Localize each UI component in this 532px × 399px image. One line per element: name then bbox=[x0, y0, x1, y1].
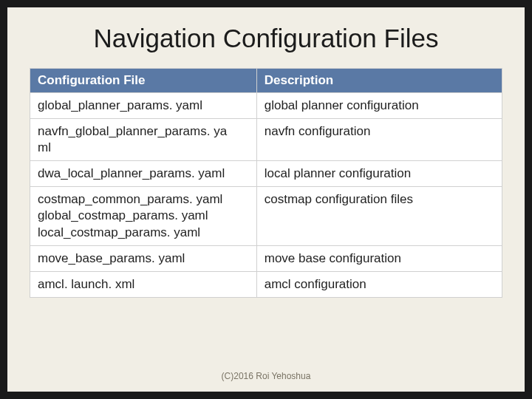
table-header-row: Configuration File Description bbox=[30, 69, 502, 93]
table-row: global_planner_params. yaml global plann… bbox=[30, 93, 502, 119]
cell-desc: move base configuration bbox=[256, 245, 502, 271]
col-header-desc: Description bbox=[256, 69, 502, 93]
cell-desc: local planner configuration bbox=[256, 161, 502, 187]
cell-file: navfn_global_planner_params. yaml bbox=[30, 119, 257, 161]
page-title: Navigation Configuration Files bbox=[30, 24, 502, 53]
cell-file: global_planner_params. yaml bbox=[30, 93, 257, 119]
table-row: costmap_common_params. yamlglobal_costma… bbox=[30, 187, 502, 245]
cell-file: costmap_common_params. yamlglobal_costma… bbox=[30, 187, 257, 245]
cell-file: amcl. launch. xml bbox=[30, 271, 257, 297]
config-table: Configuration File Description global_pl… bbox=[30, 68, 502, 298]
cell-file: move_base_params. yaml bbox=[30, 245, 257, 271]
cell-desc: amcl configuration bbox=[256, 271, 502, 297]
cell-file: dwa_local_planner_params. yaml bbox=[30, 161, 257, 187]
cell-desc: costmap configuration files bbox=[256, 187, 502, 245]
footer-copyright: (C)2016 Roi Yehoshua bbox=[7, 371, 525, 381]
table-row: dwa_local_planner_params. yaml local pla… bbox=[30, 161, 502, 187]
cell-desc: global planner configuration bbox=[256, 93, 502, 119]
table-row: navfn_global_planner_params. yaml navfn … bbox=[30, 119, 502, 161]
slide: Navigation Configuration Files Configura… bbox=[7, 7, 525, 392]
table-row: amcl. launch. xml amcl configuration bbox=[30, 271, 502, 297]
table-row: move_base_params. yaml move base configu… bbox=[30, 245, 502, 271]
cell-desc: navfn configuration bbox=[256, 119, 502, 161]
col-header-file: Configuration File bbox=[30, 69, 257, 93]
